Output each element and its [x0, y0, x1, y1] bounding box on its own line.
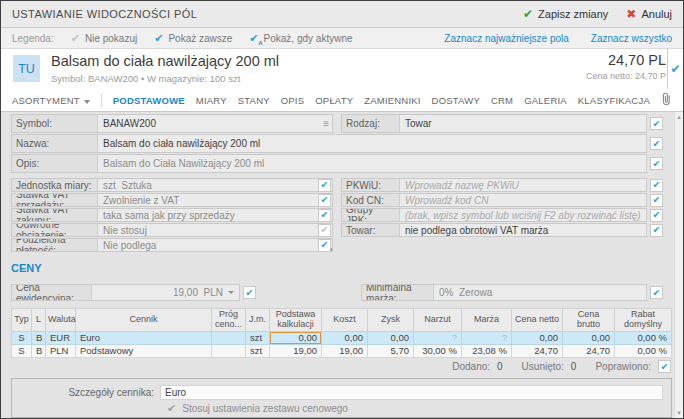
pkwiu-placeholder[interactable]: Wprowadź nazwę PKWiU	[400, 179, 646, 191]
check-jednostka[interactable]: ✔	[318, 179, 331, 192]
check-nazwa[interactable]: ✔	[650, 137, 663, 150]
cell-narzut[interactable]: ?	[414, 331, 462, 344]
cell-typ[interactable]: S	[12, 344, 32, 357]
tab-dostawy[interactable]: DOSTAWY	[432, 95, 480, 106]
check-minimalna-marza[interactable]: ✔	[650, 286, 663, 299]
rodzaj-value[interactable]: Towar	[400, 115, 646, 132]
col-zysk[interactable]: Zysk	[368, 309, 414, 332]
select-all-link[interactable]: Zaznacz wszystko	[591, 33, 672, 44]
minimalna-marza-field[interactable]: Minimalna marża: 0% Zerowa	[361, 284, 647, 301]
cell-prog[interactable]	[212, 331, 246, 344]
tab-miary[interactable]: MIARY	[196, 95, 227, 106]
save-changes-button[interactable]: ✔ Zapisz zmiany	[523, 7, 608, 21]
col-marza[interactable]: Marża	[462, 309, 512, 332]
col-prog-cenowy[interactable]: Próg ceno...	[212, 309, 246, 332]
cell-rabat[interactable]: 0,00 %	[615, 331, 672, 344]
menu-icon[interactable]: ≡	[323, 118, 332, 129]
tab-oplaty[interactable]: OPŁATY	[315, 95, 353, 106]
col-narzut[interactable]: Narzut	[414, 309, 462, 332]
tab-zamienniki[interactable]: ZAMIENNIKI	[364, 95, 420, 106]
cell-cena-brutto[interactable]: 0,00	[563, 331, 615, 344]
col-rabat-domyslny[interactable]: Rabat domyślny	[615, 309, 672, 332]
check-towar[interactable]: ✔	[650, 224, 663, 237]
cell-cennik[interactable]: Podstawowy	[76, 344, 212, 357]
check-cena-ewidencyjna[interactable]: ✔	[243, 286, 256, 299]
symbol-field[interactable]: Symbol: BANAW200 ≡	[11, 114, 333, 133]
nazwa-field[interactable]: Nazwa: Balsam do ciała nawilżający 200 m…	[11, 134, 647, 153]
cell-koszt[interactable]: 19,00	[322, 344, 368, 357]
cell-koszt[interactable]: 0,00	[322, 331, 368, 344]
cancel-button[interactable]: ✖ Anuluj	[626, 7, 672, 21]
table-row-eur[interactable]: S B EUR Euro szt 0,00 0,00 0,00 ? ? 0,00…	[12, 331, 672, 344]
select-important-fields-link[interactable]: Zaznacz najważniejsze pola	[444, 33, 569, 44]
cell-marza[interactable]: 23,08 %	[462, 344, 512, 357]
col-cennik[interactable]: Cennik	[76, 309, 212, 332]
cell-jm[interactable]: szt	[246, 331, 270, 344]
towar-value[interactable]: nie podlega obrotowi VAT marża	[400, 224, 646, 236]
col-jm[interactable]: J.m.	[246, 309, 270, 332]
cell-cena-netto[interactable]: 0,00	[512, 331, 563, 344]
cell-waluta[interactable]: EUR	[46, 331, 76, 344]
check-opis[interactable]: ✔	[650, 157, 663, 170]
vat-sprzedazy-field[interactable]: Stawka VAT sprzedaży: Zwolnienie z VAT ✔	[11, 193, 333, 207]
col-podstawa-kalkulacji[interactable]: Podstawa kalkulacji	[270, 309, 322, 332]
odwrotne-value[interactable]: Nie stosuj	[98, 224, 318, 236]
opis-value[interactable]: Balsam do Ciała Nawilżający 200 ml	[98, 155, 646, 172]
cell-narzut[interactable]: 30,00 %	[414, 344, 462, 357]
jednostka-value[interactable]: szt Sztuka	[98, 179, 318, 191]
vat-zakupu-value[interactable]: taka sama jak przy sprzedaży	[98, 209, 318, 221]
odwrotne-field[interactable]: Odwrotne obciążenie: Nie stosuj ✔	[11, 223, 333, 237]
check-grupy-jpk[interactable]: ✔	[650, 209, 663, 222]
col-l[interactable]: L	[32, 309, 46, 332]
jednostka-field[interactable]: Jednostka miary: szt Sztuka ✔	[11, 178, 333, 192]
grupy-jpk-placeholder[interactable]: (brak, wpisz symbol lub wciśnij F2 aby r…	[400, 209, 646, 221]
kod-cn-field[interactable]: Kod CN: Wprowadź kod CN	[341, 193, 647, 207]
kod-cn-placeholder[interactable]: Wprowadź kod CN	[400, 194, 646, 206]
check-rodzaj[interactable]: ✔	[650, 117, 663, 130]
details-value-field[interactable]: Euro	[160, 385, 663, 400]
cell-waluta[interactable]: PLN	[46, 344, 76, 357]
podzielona-value[interactable]: Nie podlega	[98, 239, 318, 251]
nazwa-value[interactable]: Balsam do ciała nawilżający 200 ml	[98, 135, 646, 152]
cell-rabat[interactable]: 0,00 %	[615, 344, 672, 357]
cell-cena-brutto[interactable]: 24,70	[563, 344, 615, 357]
details-checkbox-row[interactable]: ✔ Stosuj ustawienia zestawu cenowego	[167, 403, 348, 414]
tab-asortyment-dropdown[interactable]: ASORTYMENT	[12, 95, 90, 106]
cell-cennik[interactable]: Euro	[76, 331, 212, 344]
scroll-up-icon[interactable]: ▲	[675, 113, 683, 121]
symbol-value[interactable]: BANAW200	[98, 115, 323, 132]
col-cena-brutto[interactable]: Cena brutto	[563, 309, 615, 332]
podzielona-field[interactable]: Podzielona płatność: Nie podlega ✔A	[11, 238, 333, 252]
tab-stany[interactable]: STANY	[238, 95, 270, 106]
col-typ[interactable]: Typ	[12, 309, 32, 332]
cell-prog[interactable]	[212, 344, 246, 357]
cell-l[interactable]: B	[32, 344, 46, 357]
cell-zysk[interactable]: 5,70	[368, 344, 414, 357]
cell-typ[interactable]: S	[12, 331, 32, 344]
cell-marza[interactable]: ?	[462, 331, 512, 344]
pkwiu-field[interactable]: PKWiU: Wprowadź nazwę PKWiU	[341, 178, 647, 192]
tab-opis[interactable]: OPIS	[281, 95, 305, 106]
vat-zakupu-field[interactable]: Stawka VAT zakupu: taka sama jak przy sp…	[11, 208, 333, 222]
header-visibility-check[interactable]: ✔	[667, 49, 683, 89]
cell-cena-netto[interactable]: 24,70	[512, 344, 563, 357]
cena-ewidencyjna-field[interactable]: Cena ewidencyjna: 19,00 PLN	[11, 284, 240, 301]
col-cena-netto[interactable]: Cena netto	[512, 309, 563, 332]
attachments-paperclip-icon[interactable]	[661, 92, 672, 108]
towar-field[interactable]: Towar: nie podlega obrotowi VAT marża	[341, 223, 647, 237]
scroll-down-icon[interactable]: ▼	[675, 409, 683, 417]
opis-field[interactable]: Opis: Balsam do Ciała Nawilżający 200 ml	[11, 154, 647, 173]
minimalna-marza-value[interactable]: 0% Zerowa	[434, 285, 646, 300]
check-kod-cn[interactable]: ✔	[650, 194, 663, 207]
col-koszt[interactable]: Koszt	[322, 309, 368, 332]
check-pkwiu[interactable]: ✔	[650, 179, 663, 192]
tab-klasyfikacja[interactable]: KLASYFIKACJA	[578, 95, 650, 106]
check-podzielona[interactable]: ✔A	[318, 239, 331, 252]
cell-podstawa-focused[interactable]: 0,00	[270, 331, 322, 344]
tab-podstawowe[interactable]: PODSTAWOWE	[113, 95, 185, 106]
table-row-pln[interactable]: S B PLN Podstawowy szt 19,00 19,00 5,70 …	[12, 344, 672, 357]
cell-podstawa[interactable]: 19,00	[270, 344, 322, 357]
grupy-jpk-field[interactable]: Grupy JPK: (brak, wpisz symbol lub wciśn…	[341, 208, 647, 222]
col-waluta[interactable]: Waluta	[46, 309, 76, 332]
check-vat-sprzedazy[interactable]: ✔	[318, 194, 331, 207]
